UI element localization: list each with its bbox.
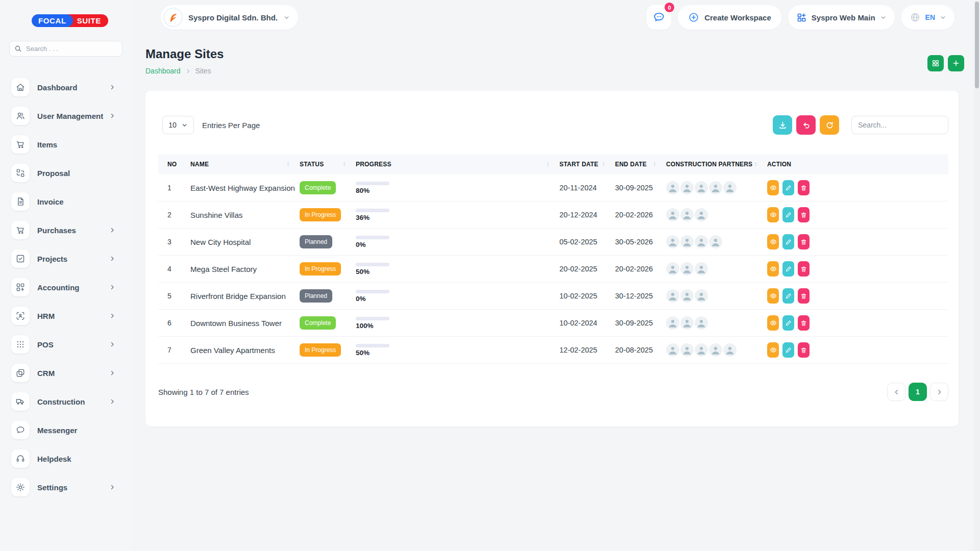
- partner-avatar: [666, 208, 679, 221]
- end-date: 30-09-2025: [615, 184, 666, 192]
- trash-icon: [800, 185, 807, 191]
- sort-icon[interactable]: [546, 161, 551, 167]
- view-button[interactable]: [767, 261, 779, 277]
- edit-button[interactable]: [782, 180, 794, 195]
- edit-button[interactable]: [782, 288, 794, 304]
- undo-button[interactable]: [796, 115, 816, 135]
- column-header-status[interactable]: STATUS: [300, 161, 356, 168]
- sort-icon[interactable]: [601, 161, 607, 167]
- sidebar-item-projects[interactable]: Projects: [0, 247, 131, 270]
- view-button[interactable]: [767, 342, 779, 358]
- sidebar-item-crm[interactable]: CRM: [0, 362, 131, 384]
- partner-avatar: [666, 235, 679, 248]
- sidebar-item-invoice[interactable]: Invoice: [0, 190, 131, 213]
- construction-partners: [666, 208, 767, 221]
- row-actions: [767, 180, 948, 195]
- delete-button[interactable]: [798, 261, 810, 277]
- refresh-button[interactable]: [820, 115, 839, 135]
- sort-icon[interactable]: [286, 161, 291, 167]
- sidebar-item-dashboard[interactable]: Dashboard: [0, 76, 131, 98]
- partner-avatar: [695, 181, 708, 194]
- delete-button[interactable]: [798, 315, 810, 331]
- view-button[interactable]: [767, 207, 779, 222]
- truck-icon: [11, 392, 30, 411]
- edit-button[interactable]: [782, 261, 794, 277]
- status-badge: Complete: [300, 181, 336, 194]
- view-button[interactable]: [767, 180, 779, 195]
- chat-button[interactable]: 0: [647, 5, 671, 30]
- sidebar-item-user-management[interactable]: User Management: [0, 105, 131, 127]
- delete-button[interactable]: [798, 288, 810, 304]
- sidebar-item-messenger[interactable]: Messenger: [0, 419, 131, 441]
- site-name: New City Hospital: [190, 238, 300, 246]
- end-date: 20-02-2026: [615, 265, 666, 273]
- start-date: 20-02-2025: [559, 265, 615, 273]
- sidebar-item-label: Construction: [37, 397, 85, 406]
- column-header-end-date[interactable]: END DATE: [615, 161, 666, 168]
- previous-page-button[interactable]: [887, 383, 905, 401]
- trash-icon: [800, 239, 807, 245]
- workspace-selector[interactable]: Syspro Digital Sdn. Bhd.: [161, 5, 298, 30]
- page-scrollbar[interactable]: [974, 0, 980, 551]
- partner-avatar: [680, 289, 694, 303]
- delete-button[interactable]: [798, 234, 810, 249]
- export-button[interactable]: [773, 115, 792, 135]
- column-header-name[interactable]: NAME: [190, 161, 300, 168]
- delete-button[interactable]: [798, 342, 810, 358]
- sidebar-item-accounting[interactable]: Accounting: [0, 276, 131, 298]
- sidebar-item-proposal[interactable]: Proposal: [0, 162, 131, 184]
- pencil-icon: [785, 320, 792, 327]
- table-search-input[interactable]: [851, 116, 948, 134]
- edit-button[interactable]: [782, 234, 794, 249]
- start-date: 20-11-2024: [559, 184, 615, 192]
- edit-button[interactable]: [782, 342, 794, 358]
- edit-button[interactable]: [782, 207, 794, 222]
- create-workspace-button[interactable]: Create Workspace: [678, 5, 781, 30]
- sidebar-item-construction[interactable]: Construction: [0, 390, 131, 413]
- column-header-progress[interactable]: PROGRESS: [356, 161, 559, 168]
- partner-avatar: [695, 235, 708, 248]
- web-main-selector[interactable]: Syspro Web Main: [788, 5, 895, 30]
- delete-button[interactable]: [798, 180, 810, 195]
- pencil-icon: [785, 185, 792, 191]
- page-1-button[interactable]: 1: [909, 383, 927, 401]
- breadcrumb-dashboard-link[interactable]: Dashboard: [145, 67, 181, 75]
- table-row: 3 New City Hospital Planned 0% 05-02-202…: [158, 229, 948, 256]
- sort-icon[interactable]: [753, 161, 759, 167]
- sidebar-item-purchases[interactable]: Purchases: [0, 219, 131, 241]
- language-selector[interactable]: EN: [901, 5, 954, 30]
- add-site-button[interactable]: [948, 55, 964, 71]
- sidebar-item-items[interactable]: Items: [0, 133, 131, 156]
- status-badge: In Progress: [300, 343, 341, 357]
- column-header-construction-partners[interactable]: CONSTRUCTION PARTNERS: [666, 161, 767, 168]
- partner-avatar: [709, 181, 722, 194]
- scrollbar-thumb[interactable]: [975, 2, 979, 88]
- progress-bar: [356, 317, 389, 320]
- progress-percent: 50%: [356, 349, 559, 357]
- grid-view-button[interactable]: [927, 55, 944, 71]
- check-square-icon: [11, 249, 30, 268]
- partner-avatar: [695, 262, 708, 276]
- entries-per-page-select[interactable]: 10: [162, 116, 194, 134]
- sidebar-item-settings[interactable]: Settings: [0, 476, 131, 498]
- sort-icon[interactable]: [342, 161, 348, 167]
- next-page-button[interactable]: [930, 383, 948, 401]
- sidebar-search-input[interactable]: [9, 41, 122, 57]
- start-date: 05-02-2025: [559, 238, 615, 246]
- view-button[interactable]: [767, 234, 779, 249]
- sort-icon[interactable]: [652, 161, 658, 167]
- column-label: CONSTRUCTION PARTNERS: [666, 161, 752, 168]
- construction-partners: [666, 262, 767, 276]
- view-button[interactable]: [767, 315, 779, 331]
- delete-button[interactable]: [798, 207, 810, 222]
- construction-partners: [666, 343, 767, 357]
- column-label: PROGRESS: [356, 161, 391, 168]
- partner-avatar: [666, 262, 679, 276]
- sidebar-item-helpdesk[interactable]: Helpdesk: [0, 447, 131, 470]
- column-header-start-date[interactable]: START DATE: [559, 161, 615, 168]
- sidebar-item-hrm[interactable]: HRM: [0, 305, 131, 327]
- edit-button[interactable]: [782, 315, 794, 331]
- sidebar-item-pos[interactable]: POS: [0, 333, 131, 356]
- view-button[interactable]: [767, 288, 779, 304]
- column-header-no: NO: [158, 161, 190, 168]
